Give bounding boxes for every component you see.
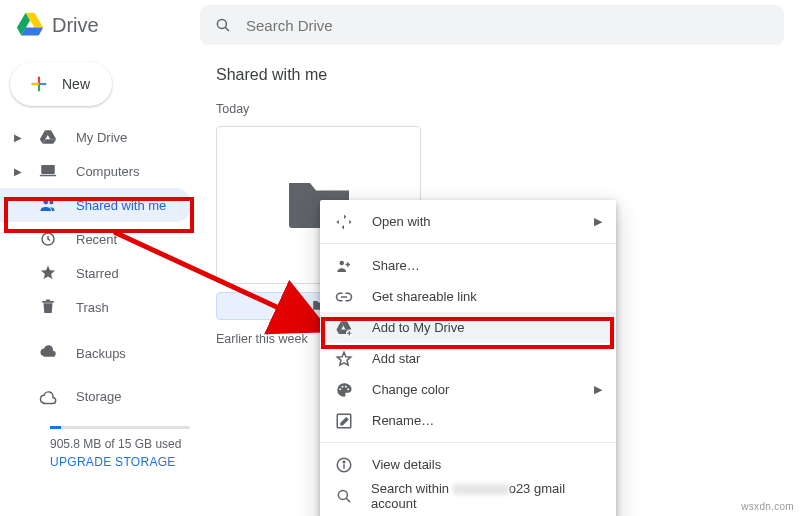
cloud-icon	[38, 390, 58, 408]
chevron-right-icon: ▶	[594, 215, 602, 228]
storage-title: Storage	[76, 389, 122, 404]
storage-used-label: 905.8 MB of 15 GB used	[50, 437, 190, 451]
section-today: Today	[210, 98, 800, 126]
menu-open-with[interactable]: Open with ▶	[320, 206, 616, 237]
sidebar-item-storage[interactable]: Storage	[0, 382, 192, 416]
expand-caret-icon: ▶	[14, 166, 20, 177]
menu-label: Rename…	[372, 413, 434, 428]
logo[interactable]: Drive	[16, 10, 200, 41]
menu-add-star[interactable]: Add star	[320, 343, 616, 374]
computers-icon	[38, 162, 58, 180]
app-name: Drive	[52, 14, 99, 37]
star-outline-icon	[334, 350, 354, 368]
svg-line-30	[346, 498, 350, 502]
context-menu: Open with ▶ Share… Get shareable link Ad…	[320, 200, 616, 516]
svg-rect-8	[41, 165, 55, 174]
svg-point-3	[217, 19, 226, 28]
menu-add-to-drive[interactable]: Add to My Drive	[320, 312, 616, 343]
sidebar-item-my-drive[interactable]: ▶ My Drive	[0, 120, 192, 154]
svg-point-11	[49, 200, 53, 204]
menu-get-link[interactable]: Get shareable link	[320, 281, 616, 312]
menu-rename[interactable]: Rename…	[320, 405, 616, 436]
share-icon	[334, 257, 354, 275]
menu-share[interactable]: Share…	[320, 250, 616, 281]
svg-point-24	[347, 388, 349, 390]
sidebar-item-label: Recent	[76, 232, 117, 247]
sidebar-item-shared-with-me[interactable]: Shared with me	[0, 188, 192, 222]
svg-point-21	[339, 388, 341, 390]
menu-separator	[320, 442, 616, 443]
menu-label: View details	[372, 457, 441, 472]
svg-rect-9	[40, 175, 57, 177]
storage-progress	[50, 426, 190, 429]
svg-rect-13	[42, 301, 54, 303]
new-button[interactable]: New	[10, 62, 112, 106]
svg-point-10	[43, 200, 48, 205]
star-icon	[38, 264, 58, 282]
chevron-right-icon: ▶	[594, 383, 602, 396]
sidebar-item-computers[interactable]: ▶ Computers	[0, 154, 192, 188]
search-bar[interactable]	[200, 5, 784, 45]
people-icon	[38, 196, 58, 214]
sidebar-item-label: Trash	[76, 300, 109, 315]
svg-point-22	[342, 385, 344, 387]
page-title: Shared with me	[210, 50, 800, 98]
backups-icon	[38, 344, 58, 362]
menu-label: Add to My Drive	[372, 320, 464, 335]
svg-rect-14	[46, 300, 51, 302]
trash-icon	[38, 298, 58, 316]
upgrade-storage-link[interactable]: UPGRADE STORAGE	[50, 455, 190, 469]
menu-separator	[320, 243, 616, 244]
menu-download[interactable]: Download	[320, 511, 616, 516]
menu-label: Change color	[372, 382, 449, 397]
menu-label: Add star	[372, 351, 420, 366]
sidebar-item-label: Shared with me	[76, 198, 166, 213]
sidebar-item-label: Computers	[76, 164, 140, 179]
menu-label: Open with	[372, 214, 431, 229]
rename-icon	[334, 412, 354, 430]
menu-label: Search within o23 gmail account	[371, 481, 602, 511]
menu-view-details[interactable]: View details	[320, 449, 616, 480]
drive-logo-icon	[16, 10, 44, 41]
svg-point-16	[340, 260, 345, 265]
redacted-text	[453, 484, 509, 495]
header: Drive	[0, 0, 800, 50]
sidebar-item-starred[interactable]: Starred	[0, 256, 192, 290]
menu-label: Get shareable link	[372, 289, 477, 304]
menu-change-color[interactable]: Change color ▶	[320, 374, 616, 405]
svg-point-28	[343, 461, 345, 463]
svg-line-4	[225, 27, 229, 31]
search-icon	[334, 487, 353, 505]
menu-search-within[interactable]: Search within o23 gmail account	[320, 480, 616, 511]
svg-point-23	[345, 385, 347, 387]
new-button-label: New	[62, 76, 90, 92]
search-icon	[214, 16, 232, 34]
clock-icon	[38, 230, 58, 248]
search-input[interactable]	[246, 17, 770, 34]
sidebar-item-label: My Drive	[76, 130, 127, 145]
sidebar-item-backups[interactable]: Backups	[0, 336, 192, 370]
add-to-drive-icon	[334, 319, 354, 337]
watermark: wsxdn.com	[741, 501, 794, 512]
link-icon	[334, 288, 354, 306]
info-icon	[334, 456, 354, 474]
storage-section: 905.8 MB of 15 GB used UPGRADE STORAGE	[0, 422, 206, 469]
sidebar-item-recent[interactable]: Recent	[0, 222, 192, 256]
sidebar-item-trash[interactable]: Trash	[0, 290, 192, 324]
plus-icon	[26, 71, 52, 97]
sidebar-item-label: Backups	[76, 346, 126, 361]
expand-caret-icon: ▶	[14, 132, 20, 143]
open-with-icon	[334, 213, 354, 231]
menu-label: Share…	[372, 258, 420, 273]
svg-point-29	[338, 490, 347, 499]
sidebar-item-label: Starred	[76, 266, 119, 281]
sidebar: New ▶ My Drive ▶ Computers Shared with m…	[0, 50, 206, 516]
drive-icon	[38, 128, 58, 146]
palette-icon	[334, 381, 354, 399]
